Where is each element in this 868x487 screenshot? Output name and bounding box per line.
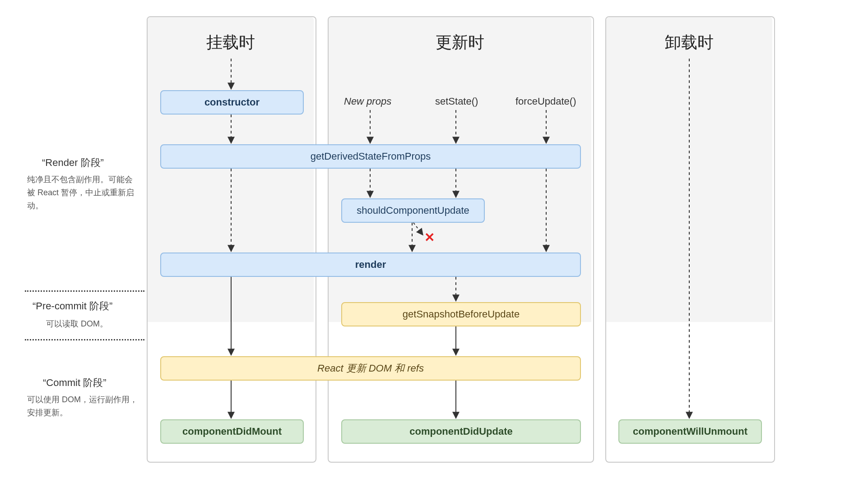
trigger-new-props: New props [344, 96, 391, 107]
node-react-updates-dom: React 更新 DOM 和 refs [160, 356, 581, 381]
node-render[interactable]: render [160, 253, 581, 277]
phase-render-sub: 纯净且不包含副作用。可能会被 React 暂停，中止或重新启动。 [27, 173, 140, 212]
node-get-derived-state[interactable]: getDerivedStateFromProps [160, 144, 581, 169]
node-should-component-update[interactable]: shouldComponentUpdate [341, 198, 485, 223]
node-component-will-unmount[interactable]: componentWillUnmount [618, 419, 762, 444]
dots-above-precommit [25, 290, 144, 292]
phase-commit-heading: “Commit 阶段” [43, 376, 107, 390]
column-mount-title: 挂载时 [147, 32, 315, 54]
node-get-snapshot[interactable]: getSnapshotBeforeUpdate [341, 302, 581, 326]
phase-commit-sub: 可以使用 DOM，运行副作用，安排更新。 [27, 393, 140, 419]
node-react-updates-dom-label: React 更新 DOM 和 refs [317, 362, 424, 375]
node-component-will-unmount-label: componentWillUnmount [633, 426, 747, 437]
column-unmount-title: 卸载时 [605, 32, 773, 54]
node-component-did-mount-label: componentDidMount [182, 426, 282, 437]
node-constructor-label: constructor [204, 96, 260, 108]
phase-precommit-sub: 可以读取 DOM。 [46, 317, 145, 331]
trigger-force-update: forceUpdate() [515, 96, 576, 107]
node-get-derived-state-label: getDerivedStateFromProps [311, 151, 431, 162]
node-component-did-update-label: componentDidUpdate [409, 426, 513, 437]
phase-precommit-heading: “Pre-commit 阶段” [32, 299, 112, 313]
lifecycle-diagram: 挂载时 更新时 卸载时 “Render 阶段” 纯净且不包含副作用。可能会被 R… [0, 0, 868, 487]
node-component-did-update[interactable]: componentDidUpdate [341, 419, 581, 444]
column-update-title: 更新时 [328, 32, 592, 54]
bailout-x-icon: ✕ [424, 230, 435, 245]
column-unmount-shade [606, 17, 772, 322]
node-render-label: render [355, 259, 386, 271]
node-should-component-update-label: shouldComponentUpdate [357, 205, 469, 216]
trigger-set-state: setState() [435, 96, 478, 107]
node-component-did-mount[interactable]: componentDidMount [160, 419, 304, 444]
phase-render-heading: “Render 阶段” [42, 156, 104, 170]
dots-below-precommit [25, 339, 144, 340]
node-constructor[interactable]: constructor [160, 90, 304, 115]
node-get-snapshot-label: getSnapshotBeforeUpdate [403, 308, 520, 320]
